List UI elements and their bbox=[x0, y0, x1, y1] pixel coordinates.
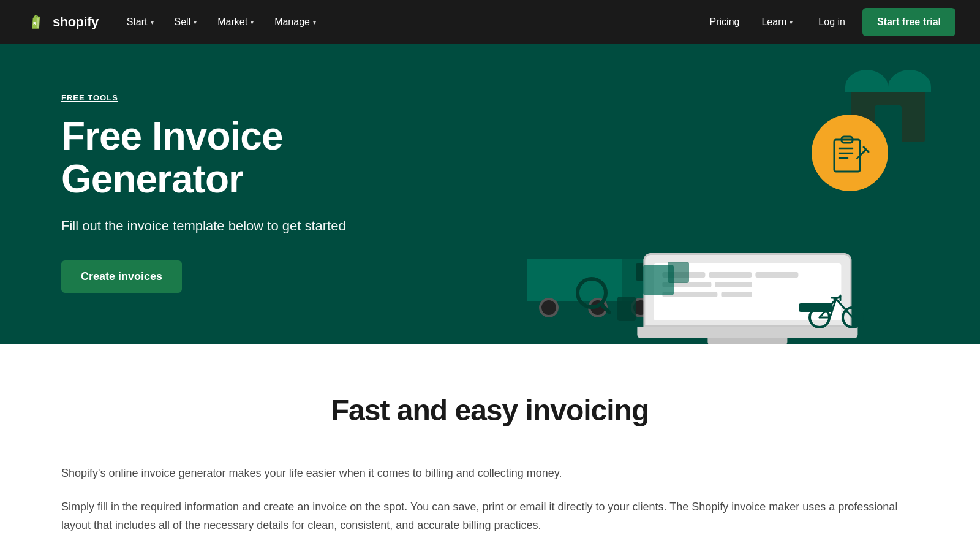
hero-illustration bbox=[539, 81, 919, 344]
svg-rect-0 bbox=[37, 18, 39, 28]
svg-rect-2 bbox=[834, 140, 860, 172]
nav-item-market[interactable]: Market ▾ bbox=[209, 12, 262, 32]
content-title: Fast and easy invoicing bbox=[61, 393, 919, 427]
logo[interactable]: s shopify bbox=[24, 11, 99, 33]
content-paragraph-2: Simply fill in the required information … bbox=[61, 498, 919, 535]
logo-icon: s bbox=[24, 11, 47, 33]
logo-text: shopify bbox=[53, 14, 99, 30]
nav-item-manage[interactable]: Manage ▾ bbox=[266, 12, 325, 32]
hero-content: FREE TOOLS Free Invoice Generator Fill o… bbox=[61, 81, 429, 293]
hero-section: FREE TOOLS Free Invoice Generator Fill o… bbox=[0, 44, 980, 344]
svg-text:s: s bbox=[33, 20, 37, 26]
svg-line-9 bbox=[857, 156, 859, 159]
create-invoices-button[interactable]: Create invoices bbox=[61, 260, 182, 293]
free-tools-label[interactable]: FREE TOOLS bbox=[61, 93, 429, 102]
content-paragraph-1: Shopify's online invoice generator makes… bbox=[61, 464, 919, 483]
nav-learn-link[interactable]: Learn ▾ bbox=[753, 12, 801, 32]
magnifier-illustration bbox=[576, 277, 612, 311]
bicycle-illustration bbox=[809, 287, 864, 332]
clipboard-svg bbox=[829, 132, 871, 174]
hero-title: Free Invoice Generator bbox=[61, 115, 429, 201]
nav-item-sell[interactable]: Sell ▾ bbox=[166, 12, 206, 32]
chevron-down-icon: ▾ bbox=[251, 19, 254, 26]
package-small-illustration bbox=[668, 262, 689, 283]
navbar: s shopify Start ▾ Sell ▾ Market ▾ Manage… bbox=[0, 0, 980, 44]
chevron-down-icon: ▾ bbox=[790, 19, 793, 26]
content-section: Fast and easy invoicing Shopify's online… bbox=[0, 344, 980, 557]
nav-left: s shopify Start ▾ Sell ▾ Market ▾ Manage… bbox=[24, 11, 325, 33]
chevron-down-icon: ▾ bbox=[151, 19, 154, 26]
chevron-down-icon: ▾ bbox=[313, 19, 316, 26]
hero-subtitle: Fill out the invoice template below to g… bbox=[61, 216, 429, 236]
clipboard-icon-circle bbox=[812, 115, 888, 191]
start-free-trial-button[interactable]: Start free trial bbox=[862, 8, 956, 36]
nav-right: Pricing Learn ▾ Log in Start free trial bbox=[701, 8, 956, 36]
nav-item-start[interactable]: Start ▾ bbox=[118, 12, 162, 32]
nav-main-items: Start ▾ Sell ▾ Market ▾ Manage ▾ bbox=[118, 12, 325, 32]
chevron-down-icon: ▾ bbox=[194, 19, 197, 26]
nav-pricing-link[interactable]: Pricing bbox=[701, 12, 748, 32]
nav-login-link[interactable]: Log in bbox=[806, 12, 858, 32]
